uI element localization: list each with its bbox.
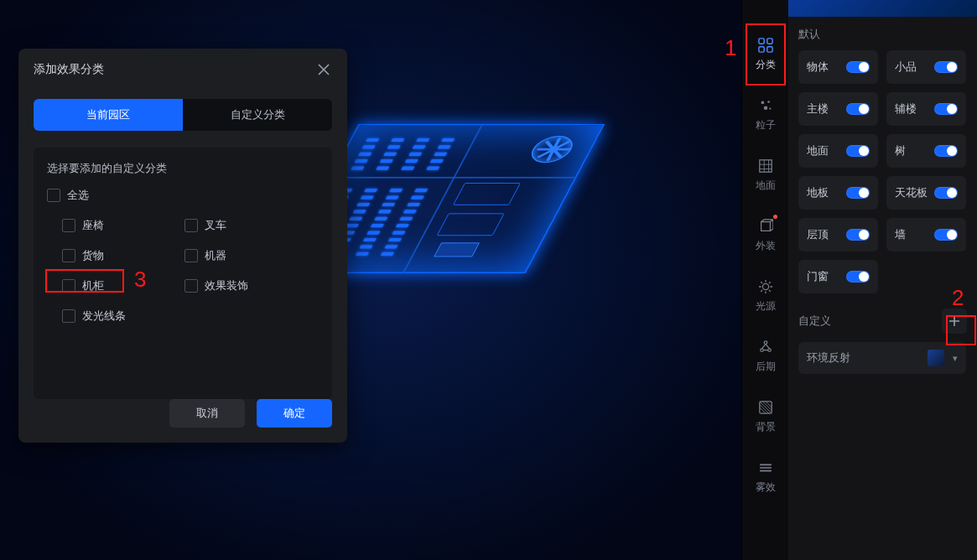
toggle-label: 门窗 bbox=[807, 269, 829, 284]
checkbox-icon bbox=[62, 249, 75, 262]
side-icon-fog[interactable]: 雾效 bbox=[742, 446, 789, 506]
post-icon bbox=[756, 338, 775, 356]
toggle-tree[interactable]: 树 bbox=[886, 134, 966, 168]
checkbox-label: 叉车 bbox=[205, 218, 226, 233]
fog-icon bbox=[756, 459, 775, 477]
toggle-label: 物体 bbox=[807, 60, 829, 75]
toggle-floor[interactable]: 地板 bbox=[798, 176, 878, 210]
close-icon[interactable] bbox=[315, 61, 332, 78]
side-icon-label: 外装 bbox=[756, 239, 776, 253]
switch-icon bbox=[846, 103, 870, 115]
side-icon-light[interactable]: 光源 bbox=[742, 265, 789, 325]
toggle-label: 小品 bbox=[895, 60, 917, 75]
annotation-box-1 bbox=[746, 23, 786, 86]
svg-point-9 bbox=[762, 283, 768, 289]
toggle-window[interactable]: 门窗 bbox=[798, 260, 878, 293]
checkbox-icon bbox=[184, 279, 198, 293]
side-icon-post[interactable]: 后期 bbox=[742, 325, 789, 386]
side-icon-ground[interactable]: 地面 bbox=[742, 144, 789, 205]
checkbox-item[interactable]: 叉车 bbox=[184, 218, 248, 233]
env-reflect-select[interactable]: 环境反射 ▾ bbox=[798, 342, 966, 374]
switch-icon bbox=[934, 187, 958, 199]
tab-current-park[interactable]: 当前园区 bbox=[34, 99, 183, 131]
light-icon bbox=[756, 277, 775, 296]
toggle-label: 地面 bbox=[807, 143, 829, 158]
annotation-label-2: 2 bbox=[952, 285, 964, 311]
toggle-object[interactable]: 物体 bbox=[798, 50, 878, 84]
annotation-label-3: 3 bbox=[134, 267, 146, 293]
side-icon-label: 粒子 bbox=[756, 118, 776, 132]
toggle-label: 天花板 bbox=[895, 185, 928, 200]
side-icon-label: 后期 bbox=[756, 360, 776, 374]
switch-icon bbox=[846, 187, 870, 199]
toggle-aux-building[interactable]: 辅楼 bbox=[886, 92, 966, 126]
annotation-label-1: 1 bbox=[725, 35, 736, 61]
list-title: 选择要添加的自定义分类 bbox=[47, 161, 319, 176]
svg-point-6 bbox=[763, 106, 767, 110]
checkbox-item-glow-lines[interactable]: 发光线条 bbox=[62, 309, 126, 324]
checkbox-select-all[interactable]: 全选 bbox=[47, 188, 319, 203]
toggle-roof[interactable]: 层顶 bbox=[798, 218, 878, 251]
svg-point-10 bbox=[764, 340, 767, 344]
checkbox-item[interactable]: 效果装饰 bbox=[184, 278, 248, 293]
chevron-down-icon: ▾ bbox=[953, 353, 958, 364]
toggle-label: 主楼 bbox=[807, 101, 829, 117]
cancel-button[interactable]: 取消 bbox=[169, 399, 245, 428]
panel-thumbnail bbox=[788, 0, 977, 17]
svg-point-11 bbox=[760, 348, 763, 351]
svg-point-12 bbox=[767, 348, 771, 351]
toggle-label: 墙 bbox=[895, 227, 906, 242]
particle-icon bbox=[756, 96, 775, 115]
checkbox-item[interactable]: 货物 bbox=[62, 248, 126, 263]
toggle-ceiling[interactable]: 天花板 bbox=[886, 176, 966, 210]
add-effect-category-modal: 添加效果分类 当前园区 自定义分类 选择要添加的自定义分类 全选 座椅 货物 机… bbox=[18, 49, 347, 443]
switch-icon bbox=[934, 229, 958, 241]
checkbox-label: 效果装饰 bbox=[205, 278, 248, 293]
annotation-box-3 bbox=[45, 269, 124, 293]
switch-icon bbox=[846, 229, 870, 241]
checkbox-icon bbox=[184, 219, 198, 232]
side-icon-label: 背景 bbox=[756, 420, 776, 434]
side-icon-label: 雾效 bbox=[756, 480, 776, 495]
toggle-ground[interactable]: 地面 bbox=[798, 134, 878, 168]
tab-custom-category[interactable]: 自定义分类 bbox=[183, 99, 332, 131]
toggle-label: 地板 bbox=[807, 185, 829, 200]
background-icon bbox=[756, 398, 775, 417]
env-reflect-label: 环境反射 bbox=[807, 350, 850, 366]
toggle-ornament[interactable]: 小品 bbox=[886, 50, 966, 84]
checkbox-label: 发光线条 bbox=[82, 309, 126, 324]
svg-point-4 bbox=[761, 101, 764, 104]
toggle-label: 树 bbox=[895, 143, 906, 158]
toggle-main-building[interactable]: 主楼 bbox=[798, 92, 878, 126]
switch-icon bbox=[934, 103, 958, 115]
section-default-title: 默认 bbox=[798, 27, 967, 42]
env-swatch-icon bbox=[928, 350, 944, 366]
checkbox-icon bbox=[62, 309, 75, 323]
checkbox-label: 全选 bbox=[67, 188, 89, 203]
checkbox-icon bbox=[184, 249, 198, 262]
toggle-wall[interactable]: 墙 bbox=[886, 218, 966, 251]
checkbox-label: 座椅 bbox=[82, 218, 104, 233]
checkbox-item[interactable]: 机器 bbox=[184, 248, 248, 263]
svg-point-7 bbox=[769, 107, 771, 109]
toggle-label: 辅楼 bbox=[895, 101, 917, 117]
annotation-box-2 bbox=[946, 315, 976, 345]
checkbox-item[interactable]: 座椅 bbox=[62, 218, 126, 233]
exterior-icon bbox=[756, 217, 775, 236]
properties-panel: 默认 物体 小品 主楼 辅楼 地面 树 地板 天花板 层顶 墙 门窗 自定义 环… bbox=[788, 0, 977, 560]
svg-rect-8 bbox=[759, 159, 771, 171]
side-icon-background[interactable]: 背景 bbox=[742, 386, 789, 446]
modal-tabs: 当前园区 自定义分类 bbox=[34, 99, 332, 131]
side-icon-exterior[interactable]: 外装 bbox=[742, 205, 789, 265]
switch-icon bbox=[934, 61, 958, 73]
side-icon-particle[interactable]: 粒子 bbox=[742, 84, 789, 144]
toggle-label: 层顶 bbox=[807, 227, 829, 242]
checkbox-icon bbox=[47, 189, 60, 202]
side-icon-label: 地面 bbox=[756, 179, 776, 193]
confirm-button[interactable]: 确定 bbox=[257, 399, 332, 428]
checkbox-icon bbox=[62, 219, 75, 232]
modal-title: 添加效果分类 bbox=[34, 62, 104, 77]
switch-icon bbox=[846, 145, 870, 157]
svg-point-5 bbox=[767, 101, 770, 103]
side-icon-label: 光源 bbox=[756, 299, 776, 314]
